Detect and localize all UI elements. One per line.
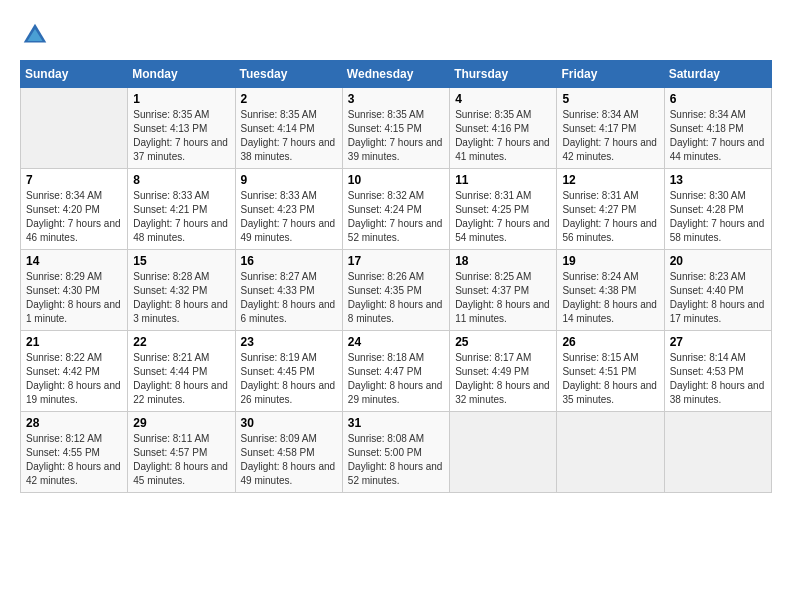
calendar-cell: 23 Sunrise: 8:19 AMSunset: 4:45 PMDaylig… bbox=[235, 331, 342, 412]
day-number: 9 bbox=[241, 173, 337, 187]
cell-info: Sunrise: 8:33 AMSunset: 4:23 PMDaylight:… bbox=[241, 189, 337, 245]
calendar-week-5: 28 Sunrise: 8:12 AMSunset: 4:55 PMDaylig… bbox=[21, 412, 772, 493]
day-number: 16 bbox=[241, 254, 337, 268]
calendar-cell: 28 Sunrise: 8:12 AMSunset: 4:55 PMDaylig… bbox=[21, 412, 128, 493]
cell-info: Sunrise: 8:15 AMSunset: 4:51 PMDaylight:… bbox=[562, 351, 658, 407]
header-thursday: Thursday bbox=[450, 61, 557, 88]
calendar-header-row: SundayMondayTuesdayWednesdayThursdayFrid… bbox=[21, 61, 772, 88]
cell-info: Sunrise: 8:30 AMSunset: 4:28 PMDaylight:… bbox=[670, 189, 766, 245]
calendar-cell bbox=[664, 412, 771, 493]
cell-info: Sunrise: 8:27 AMSunset: 4:33 PMDaylight:… bbox=[241, 270, 337, 326]
calendar-cell: 12 Sunrise: 8:31 AMSunset: 4:27 PMDaylig… bbox=[557, 169, 664, 250]
day-number: 5 bbox=[562, 92, 658, 106]
day-number: 17 bbox=[348, 254, 444, 268]
cell-info: Sunrise: 8:12 AMSunset: 4:55 PMDaylight:… bbox=[26, 432, 122, 488]
calendar-week-4: 21 Sunrise: 8:22 AMSunset: 4:42 PMDaylig… bbox=[21, 331, 772, 412]
cell-info: Sunrise: 8:18 AMSunset: 4:47 PMDaylight:… bbox=[348, 351, 444, 407]
calendar-cell: 14 Sunrise: 8:29 AMSunset: 4:30 PMDaylig… bbox=[21, 250, 128, 331]
cell-info: Sunrise: 8:35 AMSunset: 4:13 PMDaylight:… bbox=[133, 108, 229, 164]
header-sunday: Sunday bbox=[21, 61, 128, 88]
calendar-cell: 11 Sunrise: 8:31 AMSunset: 4:25 PMDaylig… bbox=[450, 169, 557, 250]
cell-info: Sunrise: 8:17 AMSunset: 4:49 PMDaylight:… bbox=[455, 351, 551, 407]
calendar-cell: 16 Sunrise: 8:27 AMSunset: 4:33 PMDaylig… bbox=[235, 250, 342, 331]
calendar-cell: 10 Sunrise: 8:32 AMSunset: 4:24 PMDaylig… bbox=[342, 169, 449, 250]
calendar-cell: 7 Sunrise: 8:34 AMSunset: 4:20 PMDayligh… bbox=[21, 169, 128, 250]
calendar-table: SundayMondayTuesdayWednesdayThursdayFrid… bbox=[20, 60, 772, 493]
calendar-week-3: 14 Sunrise: 8:29 AMSunset: 4:30 PMDaylig… bbox=[21, 250, 772, 331]
calendar-cell: 13 Sunrise: 8:30 AMSunset: 4:28 PMDaylig… bbox=[664, 169, 771, 250]
day-number: 12 bbox=[562, 173, 658, 187]
calendar-cell: 18 Sunrise: 8:25 AMSunset: 4:37 PMDaylig… bbox=[450, 250, 557, 331]
day-number: 2 bbox=[241, 92, 337, 106]
calendar-cell: 5 Sunrise: 8:34 AMSunset: 4:17 PMDayligh… bbox=[557, 88, 664, 169]
calendar-cell: 3 Sunrise: 8:35 AMSunset: 4:15 PMDayligh… bbox=[342, 88, 449, 169]
day-number: 30 bbox=[241, 416, 337, 430]
cell-info: Sunrise: 8:31 AMSunset: 4:27 PMDaylight:… bbox=[562, 189, 658, 245]
cell-info: Sunrise: 8:14 AMSunset: 4:53 PMDaylight:… bbox=[670, 351, 766, 407]
day-number: 10 bbox=[348, 173, 444, 187]
cell-info: Sunrise: 8:34 AMSunset: 4:17 PMDaylight:… bbox=[562, 108, 658, 164]
cell-info: Sunrise: 8:19 AMSunset: 4:45 PMDaylight:… bbox=[241, 351, 337, 407]
day-number: 11 bbox=[455, 173, 551, 187]
calendar-cell: 20 Sunrise: 8:23 AMSunset: 4:40 PMDaylig… bbox=[664, 250, 771, 331]
cell-info: Sunrise: 8:28 AMSunset: 4:32 PMDaylight:… bbox=[133, 270, 229, 326]
day-number: 13 bbox=[670, 173, 766, 187]
day-number: 26 bbox=[562, 335, 658, 349]
calendar-cell: 17 Sunrise: 8:26 AMSunset: 4:35 PMDaylig… bbox=[342, 250, 449, 331]
calendar-cell: 21 Sunrise: 8:22 AMSunset: 4:42 PMDaylig… bbox=[21, 331, 128, 412]
header-monday: Monday bbox=[128, 61, 235, 88]
cell-info: Sunrise: 8:33 AMSunset: 4:21 PMDaylight:… bbox=[133, 189, 229, 245]
calendar-cell: 26 Sunrise: 8:15 AMSunset: 4:51 PMDaylig… bbox=[557, 331, 664, 412]
day-number: 22 bbox=[133, 335, 229, 349]
day-number: 3 bbox=[348, 92, 444, 106]
day-number: 20 bbox=[670, 254, 766, 268]
cell-info: Sunrise: 8:23 AMSunset: 4:40 PMDaylight:… bbox=[670, 270, 766, 326]
cell-info: Sunrise: 8:35 AMSunset: 4:16 PMDaylight:… bbox=[455, 108, 551, 164]
cell-info: Sunrise: 8:31 AMSunset: 4:25 PMDaylight:… bbox=[455, 189, 551, 245]
day-number: 6 bbox=[670, 92, 766, 106]
calendar-cell: 22 Sunrise: 8:21 AMSunset: 4:44 PMDaylig… bbox=[128, 331, 235, 412]
cell-info: Sunrise: 8:34 AMSunset: 4:18 PMDaylight:… bbox=[670, 108, 766, 164]
calendar-cell: 30 Sunrise: 8:09 AMSunset: 4:58 PMDaylig… bbox=[235, 412, 342, 493]
cell-info: Sunrise: 8:09 AMSunset: 4:58 PMDaylight:… bbox=[241, 432, 337, 488]
calendar-cell: 27 Sunrise: 8:14 AMSunset: 4:53 PMDaylig… bbox=[664, 331, 771, 412]
page-header bbox=[20, 20, 772, 50]
cell-info: Sunrise: 8:22 AMSunset: 4:42 PMDaylight:… bbox=[26, 351, 122, 407]
day-number: 19 bbox=[562, 254, 658, 268]
cell-info: Sunrise: 8:35 AMSunset: 4:15 PMDaylight:… bbox=[348, 108, 444, 164]
day-number: 31 bbox=[348, 416, 444, 430]
day-number: 4 bbox=[455, 92, 551, 106]
calendar-cell bbox=[557, 412, 664, 493]
calendar-cell: 4 Sunrise: 8:35 AMSunset: 4:16 PMDayligh… bbox=[450, 88, 557, 169]
day-number: 25 bbox=[455, 335, 551, 349]
calendar-week-1: 1 Sunrise: 8:35 AMSunset: 4:13 PMDayligh… bbox=[21, 88, 772, 169]
calendar-week-2: 7 Sunrise: 8:34 AMSunset: 4:20 PMDayligh… bbox=[21, 169, 772, 250]
calendar-cell: 2 Sunrise: 8:35 AMSunset: 4:14 PMDayligh… bbox=[235, 88, 342, 169]
cell-info: Sunrise: 8:34 AMSunset: 4:20 PMDaylight:… bbox=[26, 189, 122, 245]
calendar-cell: 1 Sunrise: 8:35 AMSunset: 4:13 PMDayligh… bbox=[128, 88, 235, 169]
calendar-cell: 29 Sunrise: 8:11 AMSunset: 4:57 PMDaylig… bbox=[128, 412, 235, 493]
day-number: 29 bbox=[133, 416, 229, 430]
cell-info: Sunrise: 8:21 AMSunset: 4:44 PMDaylight:… bbox=[133, 351, 229, 407]
calendar-cell: 9 Sunrise: 8:33 AMSunset: 4:23 PMDayligh… bbox=[235, 169, 342, 250]
header-saturday: Saturday bbox=[664, 61, 771, 88]
cell-info: Sunrise: 8:26 AMSunset: 4:35 PMDaylight:… bbox=[348, 270, 444, 326]
cell-info: Sunrise: 8:11 AMSunset: 4:57 PMDaylight:… bbox=[133, 432, 229, 488]
logo bbox=[20, 20, 54, 50]
day-number: 23 bbox=[241, 335, 337, 349]
day-number: 18 bbox=[455, 254, 551, 268]
logo-icon bbox=[20, 20, 50, 50]
header-friday: Friday bbox=[557, 61, 664, 88]
calendar-cell: 6 Sunrise: 8:34 AMSunset: 4:18 PMDayligh… bbox=[664, 88, 771, 169]
cell-info: Sunrise: 8:32 AMSunset: 4:24 PMDaylight:… bbox=[348, 189, 444, 245]
day-number: 15 bbox=[133, 254, 229, 268]
day-number: 21 bbox=[26, 335, 122, 349]
calendar-cell: 15 Sunrise: 8:28 AMSunset: 4:32 PMDaylig… bbox=[128, 250, 235, 331]
calendar-cell: 19 Sunrise: 8:24 AMSunset: 4:38 PMDaylig… bbox=[557, 250, 664, 331]
day-number: 1 bbox=[133, 92, 229, 106]
day-number: 7 bbox=[26, 173, 122, 187]
cell-info: Sunrise: 8:35 AMSunset: 4:14 PMDaylight:… bbox=[241, 108, 337, 164]
cell-info: Sunrise: 8:08 AMSunset: 5:00 PMDaylight:… bbox=[348, 432, 444, 488]
day-number: 24 bbox=[348, 335, 444, 349]
calendar-cell bbox=[450, 412, 557, 493]
